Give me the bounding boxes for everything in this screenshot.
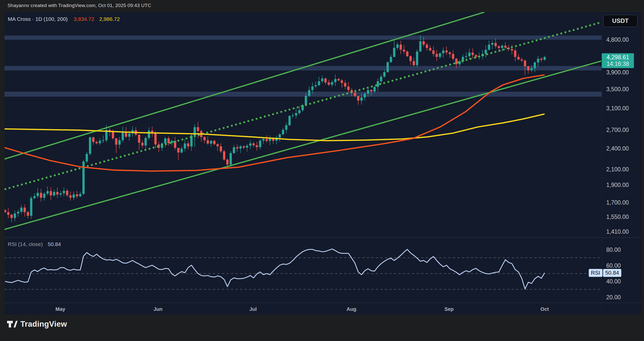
rsi-scale-label: 40.00 bbox=[606, 278, 639, 285]
tradingview-logo[interactable]: TradingView bbox=[7, 320, 67, 329]
tradingview-snapshot: Shayannv created with TradingView.com, O… bbox=[0, 0, 644, 341]
price-scale-label: 2,700.00 bbox=[606, 127, 639, 133]
price-scale-label: 1,700.00 bbox=[606, 199, 639, 206]
time-axis-month: Jul bbox=[250, 306, 257, 312]
rsi-current-value: 50.84 bbox=[48, 241, 61, 247]
last-price-value: 4,298.61 bbox=[602, 54, 634, 61]
indicator-title: MA Cross · 1D (100, 200) bbox=[8, 16, 68, 22]
price-scale-label: 1,410.00 bbox=[606, 228, 639, 235]
ma200-value: 2,986.72 bbox=[99, 16, 120, 22]
chart-panel[interactable]: MA Cross · 1D (100, 200) 3,834.72 2,986.… bbox=[5, 12, 641, 315]
price-scale-label: 3,100.00 bbox=[606, 105, 639, 112]
price-scale-label: 2,400.00 bbox=[606, 145, 639, 152]
time-axis-month: Sep bbox=[445, 306, 454, 312]
price-scale-label: 1,550.00 bbox=[606, 214, 639, 220]
indicator-legend[interactable]: MA Cross · 1D (100, 200) 3,834.72 2,986.… bbox=[8, 16, 120, 22]
rsi-scale-label: 20.00 bbox=[606, 294, 639, 301]
attribution-bar: Shayannv created with TradingView.com, O… bbox=[0, 0, 644, 12]
rsi-axis-badge: RSI 50.84 bbox=[589, 269, 621, 277]
rsi-indicator-title: RSI (14, close) bbox=[8, 241, 43, 247]
price-scale-label: 2,100.00 bbox=[606, 166, 639, 173]
last-price-badge: 4,298.61 14:16:38 bbox=[602, 53, 634, 68]
rsi-scale-label: 60.00 bbox=[606, 262, 639, 269]
tradingview-logo-text: TradingView bbox=[20, 320, 67, 329]
time-axis-month: Oct bbox=[540, 306, 549, 312]
price-scale-label: 4,800.00 bbox=[606, 36, 639, 43]
ma100-value: 3,834.72 bbox=[74, 16, 94, 22]
rsi-badge-label: RSI bbox=[589, 269, 602, 277]
time-axis-month: Jun bbox=[153, 306, 163, 312]
rsi-scale-label: 80.00 bbox=[606, 247, 639, 253]
attribution-text: Shayannv created with TradingView.com, O… bbox=[8, 3, 151, 8]
time-axis-month: May bbox=[56, 306, 65, 312]
quote-currency-button[interactable]: USDT bbox=[603, 15, 637, 27]
bar-countdown: 14:16:38 bbox=[602, 61, 634, 67]
rsi-badge-value: 50.84 bbox=[603, 269, 621, 277]
rsi-indicator-legend[interactable]: RSI (14, close) 50.84 bbox=[8, 241, 61, 247]
tradingview-logo-icon bbox=[7, 321, 18, 328]
price-scale-label: 3,900.00 bbox=[606, 69, 639, 76]
chart-canvas[interactable] bbox=[5, 12, 641, 315]
price-scale-label: 3,500.00 bbox=[606, 86, 639, 92]
time-axis-month: Aug bbox=[347, 306, 356, 312]
price-scale-label: 1,900.00 bbox=[606, 182, 639, 188]
